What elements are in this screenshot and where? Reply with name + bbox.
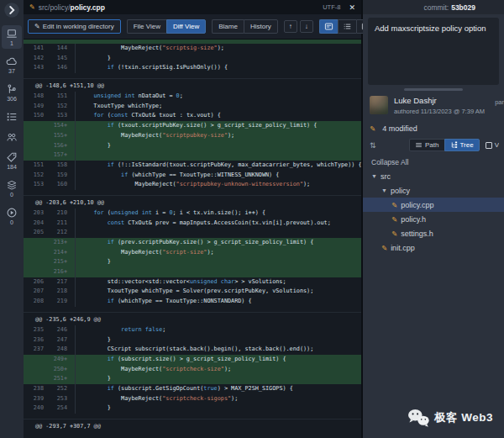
diff-line-context[interactable]: 151158 if (!::IsStandard(txout.scriptPub…: [24, 161, 361, 171]
sidebar-item-tags[interactable]: 184: [2, 149, 22, 172]
new-line-number: 248: [44, 345, 67, 355]
gutter: [67, 171, 76, 181]
diff-line-added[interactable]: 251+ }: [24, 374, 361, 384]
wechat-icon: [407, 408, 430, 428]
view-tab-blame[interactable]: Blame: [212, 19, 244, 34]
collapse-all-button[interactable]: Collapse All: [363, 154, 504, 169]
diff-line-added[interactable]: 213+ if (prev.scriptPubKey.size() > g_sc…: [24, 238, 361, 248]
diff-line-context[interactable]: 208219 if (whichType == TxoutType::NONST…: [24, 297, 361, 307]
arrow-up-icon: ↑: [289, 23, 292, 30]
diff-line-context[interactable]: 207218 TxoutType whichType = Solver(prev…: [24, 287, 361, 297]
diff-line-added[interactable]: 216+: [24, 267, 361, 277]
old-line-number: 150: [24, 111, 44, 121]
sidebar-item-stashes[interactable]: 0: [2, 177, 22, 200]
diff-line-context[interactable]: 149152 TxoutType whichType;: [24, 102, 361, 112]
diff-line-added[interactable]: 156+ }: [24, 141, 361, 151]
diff-line-context[interactable]: 203210 for (unsigned int i = 0; i < tx.v…: [24, 208, 361, 219]
sidebar-item-branches[interactable]: 306: [2, 81, 22, 104]
new-line-number: 247: [44, 335, 67, 346]
view-tab-diff-view[interactable]: Diff View: [166, 19, 206, 34]
new-line-number: 145: [44, 54, 67, 64]
tree-item-policy-h[interactable]: ✎policy.h: [363, 212, 504, 226]
diff-line-context[interactable]: 237248 CScript subscript(stack.back().be…: [24, 345, 361, 355]
tree-item-label: policy.h: [401, 215, 426, 224]
diff-code-view[interactable]: 141144 MaybeReject("scriptsig-size");142…: [24, 40, 361, 438]
chevron-down-icon[interactable]: ▼: [381, 187, 387, 193]
file-name: policy.cpp: [71, 3, 105, 12]
diff-line-added[interactable]: 215+ }: [24, 257, 361, 267]
unified-diff-view-button[interactable]: [319, 19, 338, 34]
diff-line-context[interactable]: 235246 return false;: [24, 325, 361, 335]
code-text: if (whichType == TxoutType::NONSTANDARD)…: [80, 297, 252, 307]
chevron-down-icon[interactable]: ▼: [371, 173, 377, 179]
path-view-button[interactable]: Path: [409, 139, 444, 151]
sidebar-item-team[interactable]: [2, 129, 22, 145]
sidebar-item-badge: 1: [10, 40, 13, 47]
diff-line-context[interactable]: 153160 MaybeReject("scriptpubkey-unknown…: [24, 180, 361, 190]
old-line-number: 205: [24, 228, 44, 238]
edit-in-working-directory-button[interactable]: ✎ Edit in working directory: [28, 19, 121, 34]
diff-line-context[interactable]: 142145 }: [24, 54, 361, 64]
watermark: 极客 Web3: [407, 408, 493, 428]
sidebar-item-todos[interactable]: [2, 108, 22, 124]
gutter: [67, 238, 76, 248]
old-line-number: [24, 267, 44, 277]
tree-item-policy[interactable]: ▼policy: [363, 183, 504, 198]
path-lines-icon: [415, 141, 423, 149]
tree-item-policy-cpp[interactable]: ✎policy.cpp: [363, 198, 504, 212]
list-view-button[interactable]: [338, 19, 356, 34]
diff-line-added[interactable]: 155+ MaybeReject("scriptpubkey-size");: [24, 131, 361, 141]
encoding-label: UTF-8: [323, 3, 340, 11]
sidebar-item-wip[interactable]: 1: [2, 25, 22, 49]
diff-line-context[interactable]: 150153 for (const CTxOut& txout : tx.vou…: [24, 111, 361, 121]
view-all-checkbox[interactable]: [486, 142, 492, 149]
tree-item-init-cpp[interactable]: ✎init.cpp: [363, 240, 504, 255]
diff-line-context[interactable]: 238252 if (subscript.GetSigOpCount(true)…: [24, 384, 361, 394]
diff-line-context[interactable]: 236247 }: [24, 335, 361, 346]
new-line-number: 217: [44, 277, 67, 288]
diff-line-context[interactable]: 141144 MaybeReject("scriptsig-size");: [24, 44, 361, 54]
author-avatar: [370, 96, 388, 114]
author-row: Luke Dashjr authored 11/13/2023 @ 7:39 A…: [363, 91, 504, 118]
new-line-number: 214+: [44, 248, 67, 258]
diff-line-context[interactable]: 240254 }: [24, 404, 361, 414]
view-tab-file-view[interactable]: File View: [127, 19, 166, 34]
gutter: [67, 121, 76, 131]
diff-line-context[interactable]: 152159 if (whichType == TxoutType::WITNE…: [24, 171, 361, 181]
old-line-number: [24, 248, 44, 258]
new-line-number: 146: [44, 63, 67, 73]
tree-item-settings-h[interactable]: ✎settings.h: [363, 226, 504, 240]
commit-message-box[interactable]: Add maxscriptsize policy option: [368, 18, 499, 85]
close-icon[interactable]: ✕: [349, 3, 355, 12]
code-text: if (prev.scriptPubKey.size() > g_script_…: [80, 238, 313, 248]
diff-line-context[interactable]: 239253 MaybeReject("scriptcheck-sigops")…: [24, 394, 361, 404]
diff-line-context[interactable]: 204211 const CTxOut& prev = mapInputs.Ac…: [24, 219, 361, 229]
old-line-number: [24, 131, 44, 141]
diff-line-added[interactable]: 250+ MaybeReject("scriptcheck-size");: [24, 365, 361, 375]
sidebar-item-cloud[interactable]: 37: [2, 53, 22, 77]
diff-line-added[interactable]: 249+ if (subscript.size() > g_script_siz…: [24, 355, 361, 365]
gutter: [67, 335, 76, 346]
prev-change-button[interactable]: ↑: [284, 20, 297, 33]
sidebar-item-runs[interactable]: 0: [2, 204, 22, 228]
expand-panel-button[interactable]: [3, 2, 20, 18]
diff-line-added[interactable]: 157+: [24, 150, 361, 161]
diff-line-context[interactable]: 205212: [24, 228, 361, 238]
diff-line-context[interactable]: 143146 if (!txin.scriptSig.IsPushOnly())…: [24, 63, 361, 73]
diff-line-context[interactable]: 148151 unsigned int nDataOut = 0;: [24, 92, 361, 102]
diff-line-added[interactable]: 154+ if (txout.scriptPubKey.size() > g_s…: [24, 121, 361, 131]
new-line-number: 211: [44, 219, 67, 229]
list-icon: [343, 22, 352, 31]
new-line-number: 210: [44, 208, 67, 219]
tree-item-src[interactable]: ▼src: [363, 169, 504, 183]
code-text: if (subscript.size() > g_script_size_pol…: [80, 355, 286, 365]
tree-view-button[interactable]: Tree: [444, 139, 480, 151]
code-text: }: [80, 404, 111, 414]
watermark-text: 极客 Web3: [434, 410, 493, 425]
diff-line-added[interactable]: 214+ MaybeReject("script-size");: [24, 248, 361, 258]
old-line-number: [24, 365, 44, 375]
diff-line-context[interactable]: 206217 std::vector<std::vector<unsigned …: [24, 277, 361, 288]
sort-icon[interactable]: ⇅: [370, 141, 376, 150]
next-change-button[interactable]: ↓: [300, 20, 313, 33]
view-tab-history[interactable]: History: [244, 19, 278, 34]
